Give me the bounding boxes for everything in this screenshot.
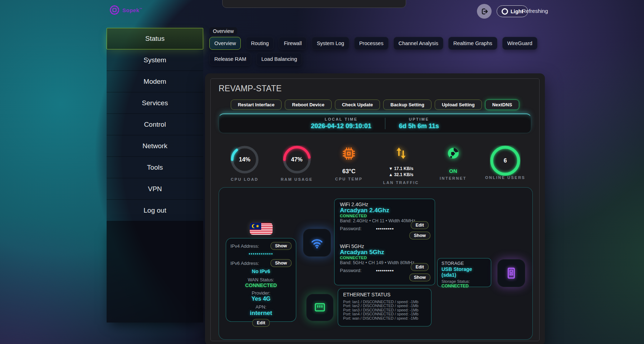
local-time-label: LOCAL TIME	[311, 117, 371, 121]
lan-traffic-label: LAN TRAFFIC	[383, 180, 419, 185]
wifi5-password-label: Password:	[340, 268, 362, 273]
online-users-gauge: 6	[490, 145, 521, 176]
upload-setting-button[interactable]: Upload Setting	[435, 100, 482, 110]
wifi24-show-button[interactable]: Show	[409, 232, 430, 239]
tab-firewall[interactable]: Firewall	[279, 37, 307, 50]
ipv6-label: IPv6 Address:	[230, 261, 259, 266]
ethernet-tile	[306, 294, 333, 321]
tab-release-ram[interactable]: Release RAM	[209, 53, 251, 66]
tab-processes[interactable]: Processes	[354, 37, 389, 50]
wifi5-band-info: Band: 5GHz • CH 149 • Width 80MHz	[340, 260, 414, 265]
brand-logo: Sopek™	[109, 5, 142, 15]
wifi5-status: CONNECTED	[340, 256, 367, 260]
uptime-label: UPTIME	[399, 117, 439, 121]
sidebar-item-modem[interactable]: Modem	[107, 71, 203, 92]
restart-interface-button[interactable]: Restart Interface	[231, 100, 282, 110]
stats-row: 14% CPU LOAD 47% RAM USAGE	[219, 145, 531, 185]
wifi5-show-button[interactable]: Show	[409, 273, 430, 281]
wifi5-ssid: Arcadyan 5Ghz	[340, 249, 384, 256]
stat-internet: ON INTERNET	[427, 145, 479, 185]
sidebar-item-vpn[interactable]: VPN	[107, 178, 203, 200]
ipv6-value: No IPv6	[252, 268, 270, 274]
sidebar-item-status[interactable]: Status	[107, 28, 203, 49]
cpu-load-label: CPU LOAD	[231, 177, 258, 181]
sidebar-item-label: Network	[142, 142, 167, 150]
wifi-icon	[309, 235, 325, 250]
ethernet-port-row: Port: lan4 / DISCONNECTED / speed: -1Mb	[343, 312, 426, 316]
brand-logo-icon	[109, 5, 120, 15]
cpu-chip-icon	[341, 146, 356, 161]
time-uptime-bar: LOCAL TIME 2026-04-12 09:10:01 UPTIME 6d…	[219, 113, 531, 133]
ethernet-port-row: Port: wan / DISCONNECTED / speed: -1Mb	[343, 316, 426, 320]
tab-routing[interactable]: Routing	[246, 37, 274, 50]
tab-bar: Overview Routing Firewall System Log Pro…	[209, 37, 553, 66]
tab-system-log[interactable]: System Log	[312, 37, 349, 50]
top-collapsed-panel	[222, 0, 406, 8]
storage-tile	[497, 259, 525, 287]
tab-channel-analysis[interactable]: Channel Analysis	[394, 37, 443, 50]
stat-ram-usage: 47% RAM USAGE	[271, 145, 323, 185]
ipv6-show-button[interactable]: Show	[270, 259, 292, 267]
brand-tm: ™	[140, 8, 143, 11]
online-users-count: 6	[490, 145, 521, 176]
tab-realtime-graphs[interactable]: Realtime Graphs	[448, 37, 497, 50]
nextdns-button[interactable]: NextDNS	[485, 100, 519, 110]
refreshing-status[interactable]: Refreshing	[522, 8, 548, 14]
wan-card: IPv4 Address: Show •••••••••••• IPv6 Add…	[226, 238, 296, 322]
sidebar-item-services[interactable]: Services	[107, 92, 203, 114]
ipv4-show-button[interactable]: Show	[270, 242, 292, 250]
tab-load-balancing[interactable]: Load Balancing	[256, 53, 302, 66]
storage-drive-icon	[504, 266, 519, 281]
brand-name: Sopek™	[122, 7, 142, 13]
lan-traffic-values: ▼ 17.1 KB/s ▲ 32.1 KB/s	[389, 166, 413, 178]
sidebar-item-label: Modem	[143, 78, 166, 86]
ipv4-row: IPv4 Address: Show	[226, 242, 296, 250]
tab-wireguard[interactable]: WireGuard	[502, 37, 537, 50]
wifi24-title: WiFi 2.4GHz	[340, 202, 368, 207]
ipv6-row: IPv6 Address: Show	[226, 259, 296, 267]
wifi5-edit-button[interactable]: Edit	[411, 263, 429, 271]
storage-label: STORAGE	[441, 261, 487, 266]
theme-toggle-label: Light	[511, 9, 523, 14]
wifi24-edit-button[interactable]: Edit	[411, 221, 429, 229]
provider-label: Provider:	[252, 290, 270, 296]
wifi24-band-info: Band: 2.4GHz • CH 11 • Width 40MHz	[340, 218, 415, 223]
sidebar-filler	[107, 221, 203, 323]
internet-label: INTERNET	[440, 176, 467, 180]
ram-usage-label: RAM USAGE	[281, 177, 313, 181]
backup-setting-button[interactable]: Backup Setting	[383, 100, 431, 110]
sidebar-item-logout[interactable]: Log out	[107, 200, 203, 221]
reboot-device-button[interactable]: Reboot Device	[285, 100, 331, 110]
uptime-value: 6d 5h 6m 11s	[399, 122, 439, 130]
wifi24-password-mask: •••••••••	[376, 226, 394, 231]
internet-status-value: ON	[449, 168, 457, 174]
lan-download-value: ▼ 17.1 KB/s	[389, 166, 413, 172]
sidebar-item-label: Tools	[147, 164, 163, 171]
malaysia-flag-icon	[250, 223, 273, 235]
apn-edit-button[interactable]: Edit	[252, 319, 270, 327]
wifi24-password-label: Password:	[340, 226, 362, 231]
ipv4-label: IPv4 Address:	[230, 243, 259, 249]
apn-label: APN:	[255, 304, 266, 310]
ethernet-port-list: Port: lan1 / DISCONNECTED / speed: -1Mb …	[343, 300, 426, 320]
storage-device: USB Storage (sda1)	[441, 266, 487, 278]
logout-icon	[480, 8, 488, 15]
sidebar-item-label: Services	[142, 99, 168, 107]
logout-button[interactable]	[477, 4, 492, 19]
sidebar-item-network[interactable]: Network	[107, 135, 203, 157]
check-update-button[interactable]: Check Update	[335, 100, 380, 110]
ethernet-title: ETHERNET STATUS	[343, 292, 426, 297]
sidebar-item-tools[interactable]: Tools	[107, 157, 203, 178]
ethernet-card: ETHERNET STATUS Port: lan1 / DISCONNECTE…	[338, 288, 431, 326]
sidebar-item-control[interactable]: Control	[107, 114, 203, 135]
cpu-temp-label: CPU TEMP	[335, 177, 363, 181]
tab-overview[interactable]: Overview	[209, 37, 241, 50]
ipv4-masked-value: ••••••••••••	[249, 251, 273, 256]
wan-status-value: CONNECTED	[245, 282, 277, 288]
storage-card: STORAGE USB Storage (sda1) Storage Statu…	[437, 258, 491, 287]
stat-lan-traffic: ▼ 17.1 KB/s ▲ 32.1 KB/s LAN TRAFFIC	[375, 145, 427, 185]
wifi-tile	[303, 229, 331, 257]
wifi24-ssid: Arcadyan 2.4Ghz	[340, 207, 389, 214]
overview-panel: REVAMP-STATE Restart Interface Reboot De…	[210, 78, 540, 341]
sidebar-item-system[interactable]: System	[107, 49, 203, 71]
